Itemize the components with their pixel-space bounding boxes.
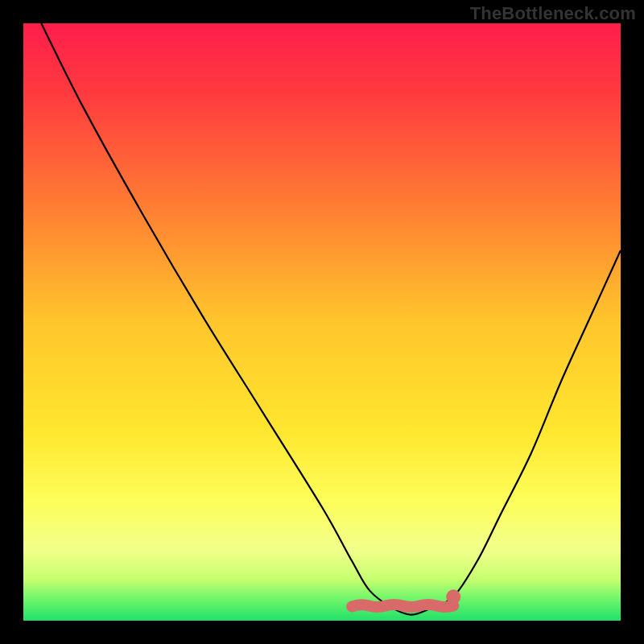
watermark-text: TheBottleneck.com [470,3,636,24]
chart-canvas [0,0,644,644]
optimal-point-marker [446,589,460,604]
chart-stage: TheBottleneck.com [0,0,644,644]
optimal-range-marker [352,605,453,607]
plot-gradient [23,23,621,621]
